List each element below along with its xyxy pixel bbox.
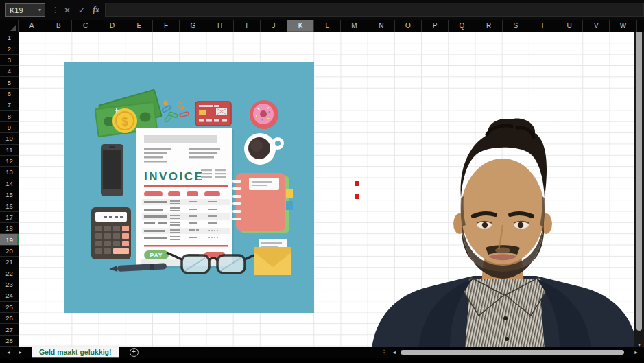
presenter-portrait (370, 115, 639, 349)
enter-button[interactable]: ✓ (78, 5, 85, 15)
insert-function-button[interactable]: fx (93, 5, 99, 15)
column-header[interactable]: L (314, 20, 341, 32)
name-box[interactable]: K19 ▾ (5, 3, 45, 17)
vertical-scroll-thumb[interactable] (636, 30, 642, 331)
row-header[interactable]: 17 (0, 212, 19, 223)
row-header[interactable]: 18 (0, 223, 19, 234)
column-header[interactable]: I (234, 20, 261, 32)
column-header[interactable]: F (153, 20, 180, 32)
notebook-icon (232, 173, 293, 233)
column-header[interactable]: V (583, 20, 610, 32)
column-header[interactable]: O (395, 20, 422, 32)
credit-card-icon (195, 102, 231, 126)
scrollbar-grip-icon[interactable]: ⋮ (381, 349, 387, 356)
column-header[interactable]: B (45, 20, 72, 32)
row-header[interactable]: 12 (0, 156, 19, 167)
scroll-left-icon[interactable]: ◄ (392, 350, 396, 355)
scroll-right-icon[interactable]: ► (634, 350, 639, 355)
column-header[interactable]: E (126, 20, 153, 32)
row-header[interactable]: 20 (0, 246, 19, 257)
row-header[interactable]: 9 (0, 122, 19, 133)
row-header[interactable]: 11 (0, 145, 19, 156)
row-header[interactable]: 15 (0, 189, 19, 200)
column-header[interactable]: G (180, 20, 206, 32)
row-header[interactable]: 14 (0, 178, 19, 189)
column-header[interactable]: R (475, 20, 502, 32)
row-header[interactable]: 27 (0, 324, 19, 335)
active-sheet-tab[interactable]: Geld maakt gelukkig! (32, 347, 119, 358)
cancel-button[interactable]: ✕ (64, 5, 71, 15)
excel-window: K19 ▾ ⋮ ✕ ✓ fx ABCDEFGHIJKLMNOPQRSTUVW 1… (0, 0, 644, 363)
select-all-corner[interactable] (0, 20, 19, 32)
column-header[interactable]: K (287, 20, 314, 32)
svg-text:$: $ (121, 115, 128, 128)
row-header[interactable]: 6 (0, 89, 19, 99)
red-mark-icon (355, 181, 359, 186)
row-header[interactable]: 10 (0, 133, 19, 144)
column-header[interactable]: A (19, 20, 45, 32)
row-header[interactable]: 24 (0, 290, 19, 301)
pay-button-label: PAY (150, 252, 163, 259)
horizontal-scroll-thumb[interactable] (401, 350, 624, 355)
horizontal-scroll-track[interactable] (401, 349, 630, 355)
separator-grip-icon: ⋮ (51, 5, 59, 14)
row-headers: 1234567891011121314151617181920212223242… (0, 32, 19, 347)
formula-bar: K19 ▾ ⋮ ✕ ✓ fx (0, 0, 644, 20)
column-header[interactable]: S (503, 20, 529, 32)
next-sheet-button[interactable]: ► (18, 350, 23, 355)
vertical-scrollbar[interactable]: ▲ ▼ (634, 20, 644, 349)
row-header[interactable]: 16 (0, 200, 19, 211)
row-header[interactable]: 26 (0, 313, 19, 324)
row-header[interactable]: 7 (0, 99, 19, 110)
sheet-tab-bar: ◄ ► Geld maakt gelukkig! + ⋮ ◄ ► (0, 347, 644, 358)
column-header[interactable]: U (556, 20, 583, 32)
column-header[interactable]: Q (449, 20, 475, 32)
row-header[interactable]: 23 (0, 279, 19, 290)
invoice-title-text: INVOICE (144, 170, 204, 183)
column-header[interactable]: T (529, 20, 556, 32)
prev-sheet-button[interactable]: ◄ (6, 350, 11, 355)
red-cell-annotation (355, 181, 361, 207)
row-header[interactable]: 8 (0, 111, 19, 122)
row-header[interactable]: 19 (0, 234, 19, 245)
row-header[interactable]: 28 (0, 336, 19, 347)
donut-icon (250, 100, 278, 129)
invoice-illustration-image[interactable]: $ (64, 62, 314, 313)
red-mark-icon (355, 194, 359, 199)
row-header[interactable]: 3 (0, 55, 19, 66)
formula-input[interactable] (105, 3, 644, 17)
horizontal-scrollbar[interactable]: ⋮ ◄ ► (381, 349, 639, 356)
column-header[interactable]: D (99, 20, 126, 32)
column-header[interactable]: C (72, 20, 99, 32)
smartphone-icon (101, 144, 123, 196)
add-sheet-button[interactable]: + (130, 348, 139, 357)
row-header[interactable]: 1 (0, 32, 19, 43)
column-header[interactable]: P (422, 20, 449, 32)
column-header[interactable]: N (368, 20, 395, 32)
row-header[interactable]: 22 (0, 268, 19, 279)
row-header[interactable]: 13 (0, 167, 19, 178)
row-header[interactable]: 21 (0, 257, 19, 268)
status-bar (0, 358, 644, 363)
row-header[interactable]: 4 (0, 66, 19, 77)
name-box-value: K19 (10, 6, 23, 14)
column-header[interactable]: H (206, 20, 233, 32)
column-header[interactable]: J (261, 20, 287, 32)
column-header[interactable]: W (610, 20, 636, 32)
row-header[interactable]: 2 (0, 43, 19, 54)
column-header[interactable]: M (341, 20, 368, 32)
envelope-icon (254, 239, 291, 275)
chevron-down-icon[interactable]: ▾ (38, 7, 41, 13)
row-header[interactable]: 25 (0, 302, 19, 313)
row-header[interactable]: 5 (0, 77, 19, 88)
column-headers: ABCDEFGHIJKLMNOPQRSTUVW (19, 20, 637, 32)
column-header-row: ABCDEFGHIJKLMNOPQRSTUVW (0, 20, 644, 32)
calculator-icon (91, 207, 131, 259)
invoice-paper: INVOICE (136, 128, 234, 268)
